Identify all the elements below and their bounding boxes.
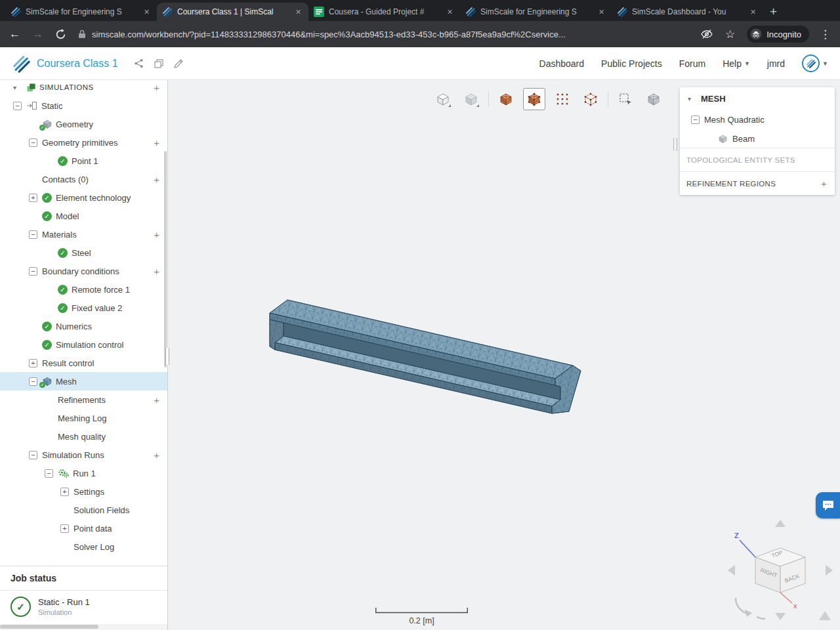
mesh-panel-header[interactable]: ▾ MESH xyxy=(680,87,835,110)
browser-tab-4[interactable]: SimScale for Engineering S× xyxy=(460,3,612,21)
account-menu[interactable]: ▼ xyxy=(802,54,828,72)
collapse-icon[interactable]: − xyxy=(29,377,37,386)
rotate-left-arrow[interactable] xyxy=(728,565,735,576)
mesh-tree-item-beam[interactable]: Beam xyxy=(680,129,835,148)
duplicate-icon[interactable] xyxy=(154,59,163,68)
tab-close-icon[interactable]: × xyxy=(597,7,606,17)
collapse-icon[interactable]: − xyxy=(29,230,37,239)
navigation-gizmo[interactable]: Z TOP RIGHT BACK x xyxy=(723,516,837,630)
add-button[interactable]: + xyxy=(154,229,159,240)
topological-entity-sets-header[interactable]: TOPOLOGICAL ENTITY SETS xyxy=(680,148,835,171)
expand-icon[interactable]: + xyxy=(29,194,37,202)
new-tab-button[interactable]: + xyxy=(770,5,777,18)
job-status-item[interactable]: ✓ Static - Run 1 Simulation xyxy=(0,591,167,624)
tree-item-fixed-value-2[interactable]: ✓Fixed value 2 xyxy=(0,299,167,317)
collapse-icon[interactable]: − xyxy=(29,138,37,147)
mesh-quality-view-button[interactable] xyxy=(642,88,665,110)
tree-item-meshing-log[interactable]: Meshing Log xyxy=(0,409,167,427)
tree-item-simulations[interactable]: ▾SIMULATIONS+ xyxy=(0,78,167,96)
reload-icon[interactable] xyxy=(55,29,66,40)
header-link-forum[interactable]: Forum xyxy=(679,58,705,69)
chat-button[interactable] xyxy=(816,492,840,518)
sidebar-hscrollbar[interactable] xyxy=(0,624,167,630)
sidebar-scrollbar[interactable] xyxy=(164,151,167,368)
collapse-icon[interactable]: − xyxy=(29,451,37,459)
mesh-surface-edges-view-button[interactable] xyxy=(523,88,545,110)
share-icon[interactable] xyxy=(134,58,144,68)
panel-drag-handle[interactable] xyxy=(673,138,677,151)
mesh-wireframe-view-button[interactable] xyxy=(579,88,602,110)
tree-item-point-data[interactable]: +Point data xyxy=(0,519,167,537)
simscale-logo[interactable] xyxy=(12,54,30,73)
collapse-icon[interactable]: − xyxy=(13,102,22,110)
add-button[interactable]: + xyxy=(154,450,159,461)
fit-view-icon[interactable] xyxy=(819,611,831,620)
tab-close-icon[interactable]: × xyxy=(142,7,152,17)
tree-item-contacts-0[interactable]: Contacts (0)+ xyxy=(0,170,167,188)
collapse-icon[interactable]: − xyxy=(29,267,37,276)
chevron-down-icon[interactable]: ▾ xyxy=(13,84,26,91)
tree-item-solver-log[interactable]: Solver Log xyxy=(0,537,167,556)
rotate-down-arrow[interactable] xyxy=(775,613,786,620)
tree-item-boundary-conditions[interactable]: −Boundary conditions+ xyxy=(0,262,167,280)
address-bar[interactable]: simscale.com/workbench/?pid=114833331298… xyxy=(78,30,691,39)
beam-mesh-3d[interactable] xyxy=(253,290,595,428)
tab-close-icon[interactable]: × xyxy=(445,7,455,17)
browser-tab-5[interactable]: SimScale Dashboard - You× xyxy=(612,3,763,21)
refinement-regions-header[interactable]: REFINEMENT REGIONS + xyxy=(680,171,835,195)
add-button[interactable]: + xyxy=(154,82,159,93)
view-cube-outline-button[interactable] xyxy=(432,88,454,110)
tree-item-static[interactable]: −Static xyxy=(0,96,167,115)
tree-item-result-control[interactable]: +Result control xyxy=(0,354,167,372)
rotate-ccw-arrow[interactable] xyxy=(736,598,765,619)
tree-item-remote-force-1[interactable]: ✓Remote force 1 xyxy=(0,280,167,299)
browser-tab-1[interactable]: SimScale for Engineering S× xyxy=(5,3,157,21)
menu-kebab-icon[interactable]: ⋮ xyxy=(820,28,831,41)
browser-tab-2[interactable]: Coursera Class 1 | SimScal× xyxy=(157,3,308,21)
view-cube-shaded-button[interactable] xyxy=(460,88,482,110)
tree-item-simulation-control[interactable]: ✓Simulation control xyxy=(0,335,167,354)
tree-item-model[interactable]: ✓Model xyxy=(0,207,167,225)
add-button[interactable]: + xyxy=(154,266,159,277)
tree-item-numerics[interactable]: ✓Numerics xyxy=(0,317,167,335)
browser-tab-3[interactable]: Cousera - Guided Project #× xyxy=(308,3,460,21)
tree-item-element-technology[interactable]: +✓Element technology xyxy=(0,188,167,207)
tracking-protection-eye-icon[interactable] xyxy=(700,29,713,39)
mesh-tree-item-quadratic[interactable]: − Mesh Quadratic xyxy=(680,110,835,129)
3d-viewport[interactable]: ▾ MESH − Mesh Quadratic Beam TOPOLOGICAL… xyxy=(168,80,840,630)
tree-item-point-1[interactable]: ✓Point 1 xyxy=(0,152,167,170)
expand-icon[interactable]: + xyxy=(29,359,37,368)
sidebar-resize-grip[interactable] xyxy=(165,348,169,365)
nav-cube[interactable]: TOP RIGHT BACK xyxy=(755,548,805,593)
rotate-up-arrow[interactable] xyxy=(775,520,786,527)
tree-item-materials[interactable]: −Materials+ xyxy=(0,225,167,243)
tree-item-solution-fields[interactable]: Solution Fields xyxy=(0,501,167,519)
tree-item-mesh[interactable]: −✓Mesh xyxy=(0,372,167,390)
tree-item-run-1[interactable]: −Run 1 xyxy=(0,464,167,482)
tree-item-settings[interactable]: +Settings xyxy=(0,482,167,501)
tree-item-simulation-runs[interactable]: −Simulation Runs+ xyxy=(0,446,167,464)
tree-item-steel[interactable]: ✓Steel xyxy=(0,243,167,262)
tab-close-icon[interactable]: × xyxy=(748,7,758,17)
tree-item-geometry-primitives[interactable]: −Geometry primitives+ xyxy=(0,133,167,152)
add-button[interactable]: + xyxy=(154,137,159,148)
collapse-icon[interactable]: − xyxy=(45,469,53,478)
back-icon[interactable]: ← xyxy=(9,28,20,41)
tab-close-icon[interactable]: × xyxy=(293,7,303,17)
header-link-dashboard[interactable]: Dashboard xyxy=(539,58,585,69)
expand-icon[interactable]: + xyxy=(60,524,69,533)
bookmark-star-icon[interactable]: ☆ xyxy=(725,28,735,41)
forward-icon[interactable]: → xyxy=(32,28,43,41)
box-select-tool-button[interactable] xyxy=(614,88,637,110)
mesh-surface-view-button[interactable] xyxy=(495,88,517,110)
add-button[interactable]: + xyxy=(154,394,159,406)
header-link-public-projects[interactable]: Public Projects xyxy=(601,58,662,69)
expand-icon[interactable]: + xyxy=(60,488,69,496)
project-title[interactable]: Coursera Class 1 xyxy=(37,58,118,70)
collapse-icon[interactable]: − xyxy=(691,116,700,124)
rotate-right-arrow[interactable] xyxy=(826,565,833,576)
tree-item-geometry[interactable]: ✓Geometry xyxy=(0,115,167,133)
mesh-nodes-view-button[interactable] xyxy=(551,88,574,110)
help-menu[interactable]: Help ▼ xyxy=(723,58,750,69)
rename-pencil-icon[interactable] xyxy=(174,59,183,68)
